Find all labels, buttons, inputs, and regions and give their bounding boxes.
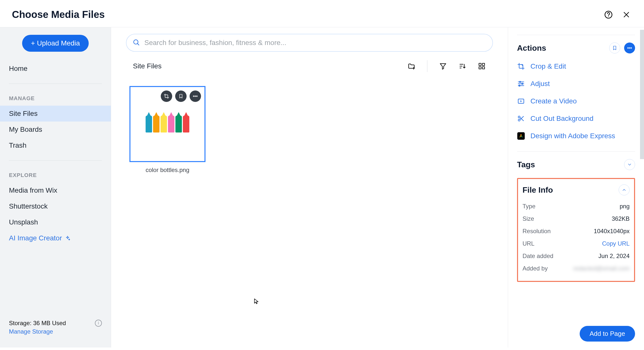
new-folder-icon[interactable] <box>408 62 415 70</box>
breadcrumb[interactable]: Site Files <box>133 62 162 70</box>
svg-point-20 <box>629 48 630 49</box>
grid-view-icon[interactable] <box>478 62 486 70</box>
sidebar-item-media-from-wix[interactable]: Media from Wix <box>0 182 111 198</box>
sidebar-item-ai-image-creator[interactable]: AI Image Creator <box>0 230 111 246</box>
sidebar-item-unsplash[interactable]: Unsplash <box>0 214 111 230</box>
cursor-icon <box>254 298 260 306</box>
svg-point-17 <box>195 96 196 97</box>
svg-marker-29 <box>520 100 522 102</box>
info-row-size: Size362KB <box>522 215 630 222</box>
svg-marker-8 <box>440 64 446 69</box>
manage-storage-link[interactable]: Manage Storage <box>9 328 102 335</box>
copy-url-link[interactable]: Copy URL <box>602 240 630 247</box>
close-icon[interactable] <box>622 11 630 19</box>
action-create-video[interactable]: Create a Video <box>517 97 635 105</box>
collapse-fileinfo-button[interactable] <box>619 184 630 195</box>
svg-point-16 <box>193 96 194 97</box>
info-row-type: Typepng <box>522 203 630 210</box>
svg-rect-12 <box>479 63 481 66</box>
info-row-added-by: Added byredacted@email.com <box>522 265 630 272</box>
add-to-page-button[interactable]: Add to Page <box>580 326 635 341</box>
expand-tags-button[interactable] <box>624 159 635 170</box>
sidebar-section-explore: EXPLORE <box>0 172 111 182</box>
svg-rect-15 <box>482 67 485 69</box>
upload-media-button[interactable]: + Upload Media <box>22 35 89 52</box>
action-adobe-express[interactable]: A Design with Adobe Express <box>517 132 635 140</box>
action-adjust[interactable]: Adjust <box>517 80 635 88</box>
dialog-header: Choose Media Files <box>0 0 644 27</box>
action-label: Design with Adobe Express <box>530 132 615 140</box>
action-cut-background[interactable]: Cut Out Background <box>517 115 635 123</box>
storage-text: Storage: 36 MB Used <box>9 320 66 327</box>
info-row-resolution: Resolution1040x1040px <box>522 228 630 235</box>
scissors-icon <box>517 115 525 123</box>
info-icon[interactable]: i <box>95 320 102 327</box>
file-info-section: File Info Typepng Size362KB Resolution10… <box>517 178 635 282</box>
info-row-url: URLCopy URL <box>522 240 630 247</box>
crop-icon[interactable] <box>161 91 172 102</box>
sidebar-section-manage: MANAGE <box>0 95 111 106</box>
search-icon <box>132 39 140 47</box>
tags-title: Tags <box>517 160 535 169</box>
actions-title: Actions <box>517 44 546 53</box>
help-icon[interactable] <box>604 11 613 19</box>
svg-point-19 <box>628 48 628 49</box>
content-area: Site Files <box>111 27 508 347</box>
search-input[interactable] <box>126 34 493 52</box>
storage-info: Storage: 36 MB Used i Manage Storage <box>0 312 111 347</box>
sidebar-item-site-files[interactable]: Site Files <box>0 106 111 122</box>
crop-icon <box>517 62 525 70</box>
adobe-icon: A <box>517 132 525 140</box>
svg-rect-13 <box>482 63 485 66</box>
action-label: Cut Out Background <box>530 115 594 123</box>
sidebar: + Upload Media Home MANAGE Site Files My… <box>0 27 111 347</box>
sidebar-item-home[interactable]: Home <box>0 61 111 77</box>
divider <box>517 151 635 152</box>
sliders-icon <box>517 80 525 88</box>
action-label: Crop & Edit <box>530 62 566 70</box>
divider <box>517 35 635 35</box>
media-filename: color bottles.png <box>130 167 206 174</box>
file-info-title: File Info <box>522 185 553 195</box>
sidebar-item-my-boards[interactable]: My Boards <box>0 122 111 137</box>
details-panel: Actions Crop & Edit Adjust Create a V <box>508 27 644 347</box>
filter-icon[interactable] <box>439 62 447 70</box>
video-icon <box>517 97 525 105</box>
scrollbar[interactable] <box>640 30 644 159</box>
media-item[interactable]: color bottles.png <box>130 86 206 174</box>
bookmark-icon[interactable] <box>175 91 186 102</box>
header-actions <box>604 11 632 19</box>
image-preview <box>146 116 189 133</box>
media-thumbnail[interactable] <box>130 86 206 162</box>
action-label: Create a Video <box>530 97 577 105</box>
sparkle-icon <box>65 235 70 241</box>
sort-icon[interactable] <box>459 62 466 70</box>
action-label: Adjust <box>530 80 550 88</box>
sidebar-ai-label: AI Image Creator <box>9 234 62 242</box>
separator <box>427 60 427 72</box>
more-actions-button[interactable] <box>624 43 635 54</box>
divider <box>9 84 102 84</box>
more-icon[interactable] <box>190 91 201 102</box>
sidebar-item-shutterstock[interactable]: Shutterstock <box>0 198 111 214</box>
divider <box>9 160 102 161</box>
info-row-date: Date addedJun 2, 2024 <box>522 253 630 259</box>
dialog-title: Choose Media Files <box>12 9 104 20</box>
svg-point-18 <box>196 96 198 97</box>
bookmark-button[interactable] <box>609 43 620 54</box>
svg-point-21 <box>631 48 632 49</box>
svg-rect-14 <box>479 67 481 69</box>
sidebar-item-trash[interactable]: Trash <box>0 137 111 153</box>
action-crop-edit[interactable]: Crop & Edit <box>517 62 635 70</box>
svg-line-5 <box>138 44 139 45</box>
